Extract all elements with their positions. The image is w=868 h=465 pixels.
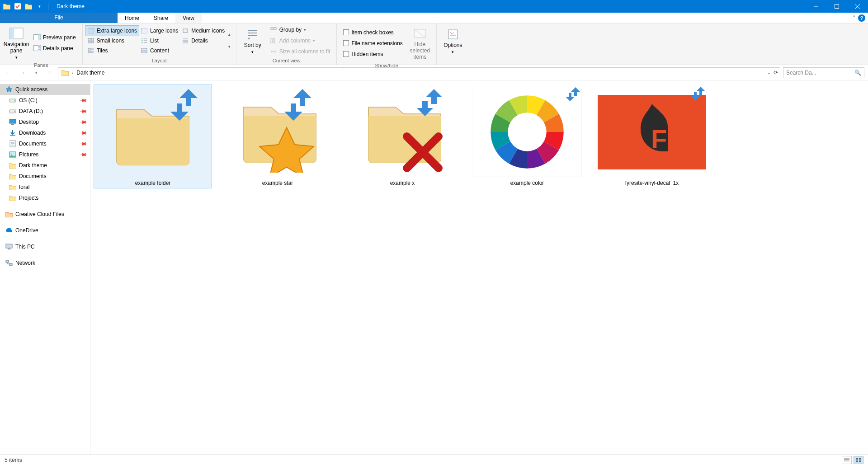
folder-x-icon <box>348 87 457 177</box>
layout-spinner[interactable]: ▲▼ <box>226 33 232 49</box>
hide-selected-items-button[interactable]: Hide selected items <box>406 24 434 62</box>
sort-by-button[interactable]: Sort by▾ <box>239 24 266 57</box>
options-button[interactable]: Options▾ <box>439 24 467 57</box>
icons-view-toggle[interactable] <box>854 456 863 464</box>
sidebar-network[interactable]: Network <box>0 258 90 268</box>
folder-icon <box>61 70 69 76</box>
details-pane-button[interactable]: Details pane <box>32 43 78 53</box>
layout-small-icons[interactable]: Small icons <box>85 36 139 46</box>
sidebar-item-os-c[interactable]: OS (C:)📌 <box>0 95 90 106</box>
main-area: Quick access OS (C:)📌 DATA (D:)📌 Desktop… <box>0 80 868 454</box>
sidebar-item-foral[interactable]: foral <box>0 182 90 193</box>
properties-icon[interactable] <box>14 2 22 10</box>
group-by-button[interactable]: Group by ▾ <box>268 25 332 35</box>
layout-tiles[interactable]: Tiles <box>85 46 139 56</box>
file-name: fyresite-vinyl-decal_1x <box>625 180 679 186</box>
file-item-example-x[interactable]: example x <box>344 85 461 188</box>
svg-rect-18 <box>142 51 147 53</box>
file-item-example-star[interactable]: example star <box>219 85 336 188</box>
layout-content[interactable]: Content <box>139 46 180 56</box>
recent-locations-button[interactable]: ▾ <box>31 67 42 78</box>
breadcrumb-current[interactable]: Dark theme <box>75 70 106 76</box>
file-list[interactable]: example folder example star exam <box>90 80 868 454</box>
add-columns-button[interactable]: Add columns ▾ <box>268 36 332 46</box>
file-item-example-folder[interactable]: example folder <box>94 85 212 188</box>
svg-point-38 <box>508 113 547 151</box>
sidebar-onedrive[interactable]: OneDrive <box>0 225 90 236</box>
collapse-ribbon-icon[interactable]: ˄ <box>853 15 855 21</box>
back-button[interactable]: ← <box>4 67 14 78</box>
svg-rect-22 <box>273 38 274 43</box>
chevron-right-icon[interactable]: › <box>71 70 74 75</box>
ribbon-tabs: File Home Share View ˄ ? <box>0 13 868 23</box>
compressed-overlay-icon <box>411 87 448 118</box>
svg-rect-21 <box>271 38 272 43</box>
layout-list[interactable]: List <box>139 36 180 46</box>
qat-dropdown-icon[interactable]: ▾ <box>35 2 43 10</box>
search-placeholder: Search Da... <box>786 70 816 76</box>
file-item-example-color[interactable]: example color <box>468 85 586 188</box>
maximize-button[interactable] <box>826 0 847 13</box>
sidebar-item-documents-2[interactable]: Documents <box>0 171 90 182</box>
sidebar-item-pictures[interactable]: Pictures📌 <box>0 149 90 160</box>
details-view-toggle[interactable] <box>842 456 852 464</box>
minimize-button[interactable] <box>806 0 826 13</box>
tab-view[interactable]: View <box>175 13 202 23</box>
ribbon: Navigation pane▾ Preview pane Details pa… <box>0 23 868 65</box>
sidebar-item-documents[interactable]: Documents📌 <box>0 138 90 149</box>
svg-text:F: F <box>651 124 667 154</box>
sidebar-item-desktop[interactable]: Desktop📌 <box>0 117 90 127</box>
pin-icon: 📌 <box>79 96 87 104</box>
sidebar-quick-access[interactable]: Quick access <box>0 84 90 95</box>
svg-point-33 <box>11 153 12 155</box>
compressed-overlay-icon <box>564 86 582 102</box>
svg-rect-9 <box>141 28 147 33</box>
address-dropdown-icon[interactable]: ⌄ <box>767 70 771 75</box>
layout-medium-icons[interactable]: Medium icons <box>180 26 226 36</box>
svg-rect-15 <box>88 48 90 50</box>
tab-share[interactable]: Share <box>146 13 175 23</box>
file-name-extensions-toggle[interactable]: File name extensions <box>341 38 404 48</box>
new-folder-icon[interactable] <box>24 2 33 10</box>
layout-extra-large-icons[interactable]: Extra large icons <box>85 26 139 36</box>
large-icons-icon <box>141 27 148 34</box>
folder-star-icon <box>223 87 332 177</box>
tab-file[interactable]: File <box>0 13 118 23</box>
breadcrumb[interactable]: › Dark theme ⌄ ⟳ <box>58 67 780 78</box>
svg-rect-24 <box>448 30 458 39</box>
color-wheel-icon <box>473 87 581 177</box>
help-icon[interactable]: ? <box>858 14 865 22</box>
item-count: 5 items <box>5 457 22 463</box>
pin-icon: 📌 <box>79 117 87 126</box>
sidebar-item-projects[interactable]: Projects <box>0 193 90 203</box>
file-item-fyresite[interactable]: F fyresite-vinyl-decal_1x <box>593 85 711 188</box>
svg-rect-44 <box>859 460 861 462</box>
up-button[interactable]: ↑ <box>44 67 55 78</box>
sidebar-item-downloads[interactable]: Downloads📌 <box>0 127 90 138</box>
sidebar-item-dark-theme[interactable]: Dark theme <box>0 160 90 171</box>
this-pc-icon <box>5 243 13 250</box>
breadcrumb-root[interactable] <box>60 70 70 76</box>
size-columns-button[interactable]: Size all columns to fit <box>268 47 332 56</box>
layout-details[interactable]: Details <box>180 36 226 46</box>
onedrive-icon <box>5 227 13 234</box>
search-input[interactable]: Search Da... 🔍 <box>783 67 864 78</box>
close-button[interactable] <box>847 0 868 13</box>
item-check-boxes-toggle[interactable]: Item check boxes <box>341 28 404 38</box>
svg-rect-34 <box>6 244 12 248</box>
hidden-items-toggle[interactable]: Hidden items <box>341 49 404 59</box>
preview-pane-button[interactable]: Preview pane <box>32 33 78 42</box>
forward-button[interactable]: → <box>17 67 28 78</box>
tab-home[interactable]: Home <box>118 13 146 23</box>
sidebar-item-data-d[interactable]: DATA (D:)📌 <box>0 106 90 117</box>
svg-rect-13 <box>88 41 90 43</box>
group-layout: Extra large icons Large icons Medium ico… <box>83 23 236 65</box>
navigation-pane-button[interactable]: Navigation pane▾ <box>3 24 30 61</box>
layout-large-icons[interactable]: Large icons <box>139 26 180 36</box>
sidebar-creative-cloud[interactable]: Creative Cloud Files <box>0 209 90 220</box>
folder-icon <box>9 194 16 202</box>
sidebar-this-pc[interactable]: This PC <box>0 241 90 252</box>
list-icon <box>141 37 148 44</box>
refresh-button[interactable]: ⟳ <box>774 70 778 76</box>
svg-rect-1 <box>835 5 839 9</box>
